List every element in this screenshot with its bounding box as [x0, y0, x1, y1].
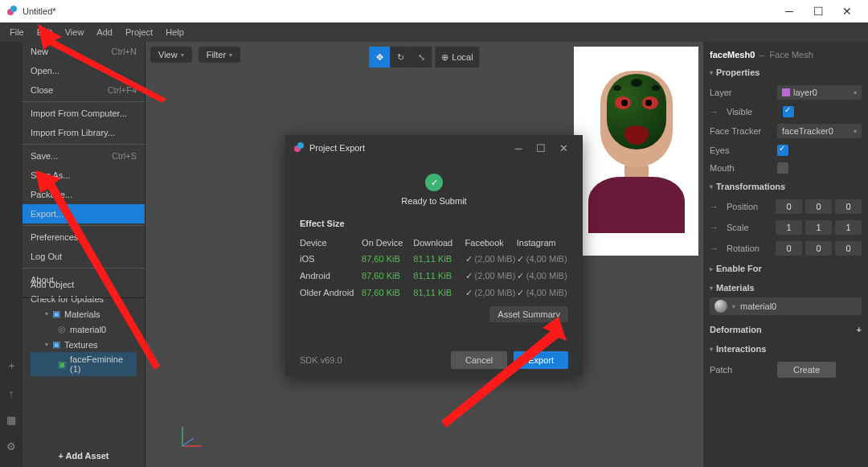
- ar-preview: [574, 47, 698, 256]
- scale-y[interactable]: 1: [805, 220, 832, 235]
- ready-check-icon: ✓: [425, 174, 443, 191]
- section-deformation[interactable]: Deformation+: [710, 320, 862, 339]
- modal-app-icon: [293, 141, 305, 154]
- rotation-label: Rotation: [727, 244, 771, 253]
- table-row: iOS 87,60 KiB 81,11 KiB ✓ (2,00 MiB) ✓ (…: [300, 251, 568, 268]
- annotation-arrow: [438, 313, 575, 430]
- svg-point-1: [10, 6, 17, 12]
- annotation-arrow: [19, 169, 164, 370]
- app-icon: [6, 5, 18, 18]
- layer-label: Layer: [710, 88, 772, 97]
- layer-dropdown[interactable]: layer0▾: [777, 85, 862, 100]
- chevron-down-icon: ▾: [181, 51, 184, 59]
- settings-tool-icon[interactable]: ⚙: [6, 440, 16, 453]
- add-asset-button[interactable]: + Add Asset: [23, 444, 145, 467]
- section-enable-for[interactable]: ▸Enable For: [710, 259, 862, 278]
- patch-label: Patch: [710, 365, 772, 375]
- material-sphere-icon: [714, 300, 727, 313]
- svg-marker-9: [441, 317, 567, 428]
- menu-import-computer[interactable]: Import From Computer...: [23, 104, 145, 123]
- table-header: Device On Device Download Facebook Insta…: [300, 235, 568, 251]
- minimize-button[interactable]: ─: [775, 0, 804, 23]
- up-tool-icon[interactable]: ↑: [9, 387, 14, 399]
- filter-dropdown[interactable]: Filter▾: [199, 47, 240, 63]
- modal-minimize-button[interactable]: ─: [507, 142, 530, 154]
- local-toggle[interactable]: ⊕Local: [435, 47, 479, 68]
- globe-icon: ⊕: [441, 52, 448, 63]
- position-x[interactable]: 0: [776, 199, 802, 214]
- maximize-button[interactable]: ☐: [804, 0, 833, 23]
- sync-tool-icon[interactable]: ↻: [390, 47, 411, 68]
- position-label: Position: [727, 202, 771, 211]
- mouth-label: Mouth: [710, 163, 772, 173]
- rotation-y[interactable]: 0: [805, 241, 832, 256]
- chevron-right-icon: ▸: [710, 265, 713, 272]
- eyes-label: Eyes: [710, 145, 772, 155]
- material-slot[interactable]: ▾material0: [710, 297, 862, 315]
- chevron-down-icon: ▾: [710, 69, 713, 76]
- effect-size-heading: Effect Size: [300, 219, 568, 228]
- modal-maximize-button[interactable]: ☐: [530, 142, 552, 154]
- ready-text: Ready to Submit: [300, 196, 568, 206]
- facetracker-dropdown[interactable]: faceTracker0▾: [777, 124, 862, 138]
- position-y[interactable]: 0: [805, 199, 832, 214]
- scale-label: Scale: [727, 223, 771, 232]
- modal-title: Project Export: [309, 143, 507, 153]
- visible-label: Visible: [727, 107, 778, 117]
- chevron-down-icon: ▾: [710, 346, 713, 353]
- scale-tool-icon[interactable]: ⤡: [411, 47, 432, 68]
- scale-z[interactable]: 1: [835, 220, 862, 235]
- section-interactions[interactable]: ▾Interactions: [710, 339, 862, 358]
- mouth-checkbox[interactable]: [777, 162, 788, 174]
- section-properties[interactable]: ▾Properties: [710, 63, 862, 82]
- section-materials[interactable]: ▾Materials: [710, 278, 862, 297]
- titlebar: Untitled* ─ ☐ ✕: [0, 0, 868, 23]
- rotation-x[interactable]: 0: [776, 241, 802, 256]
- add-deformation-icon[interactable]: +: [857, 325, 862, 334]
- add-tool-icon[interactable]: ＋: [6, 358, 17, 373]
- close-button[interactable]: ✕: [833, 0, 862, 23]
- visible-checkbox[interactable]: [783, 106, 794, 117]
- object-header: faceMesh0 – Face Mesh: [710, 47, 862, 63]
- chevron-down-icon: ▾: [854, 128, 857, 135]
- chevron-down-icon: ▾: [710, 183, 713, 190]
- axis-gizmo: [178, 422, 207, 451]
- library-tool-icon[interactable]: ▦: [6, 414, 16, 426]
- chevron-down-icon: ▾: [229, 51, 232, 59]
- chevron-down-icon: ▾: [732, 303, 735, 310]
- sdk-version: SDK v69.0: [300, 355, 342, 365]
- svg-point-6: [297, 142, 304, 149]
- scale-x[interactable]: 1: [776, 220, 802, 235]
- create-patch-button[interactable]: Create: [777, 362, 836, 378]
- annotation-arrow: [26, 23, 170, 103]
- chevron-down-icon: ▾: [854, 89, 857, 96]
- table-row: Android 87,60 KiB 81,11 KiB ✓ (2,00 MiB)…: [300, 268, 568, 285]
- svg-line-4: [182, 438, 194, 446]
- effect-size-table: Device On Device Download Facebook Insta…: [300, 235, 568, 301]
- menu-save[interactable]: Save...Ctrl+S: [23, 146, 145, 166]
- chevron-down-icon: ▾: [710, 285, 713, 292]
- window-title: Untitled*: [23, 6, 775, 16]
- table-row: Older Android 87,60 KiB 81,11 KiB ✓ (2,0…: [300, 285, 568, 301]
- move-tool-icon[interactable]: ✥: [369, 47, 390, 68]
- inspector: faceMesh0 – Face Mesh ▾Properties Layerl…: [703, 42, 868, 467]
- section-transformations[interactable]: ▾Transformations: [710, 177, 862, 196]
- facetracker-label: Face Tracker: [710, 126, 772, 136]
- menu-import-library[interactable]: Import From Library...: [23, 123, 145, 142]
- svg-marker-8: [35, 170, 160, 370]
- modal-close-button[interactable]: ✕: [552, 142, 575, 154]
- rotation-z[interactable]: 0: [835, 241, 862, 256]
- viewport-toolbar: ✥ ↻ ⤡ ⊕Local: [369, 47, 479, 68]
- eyes-checkbox[interactable]: [777, 145, 788, 156]
- svg-marker-7: [38, 24, 166, 103]
- position-z[interactable]: 0: [835, 199, 862, 214]
